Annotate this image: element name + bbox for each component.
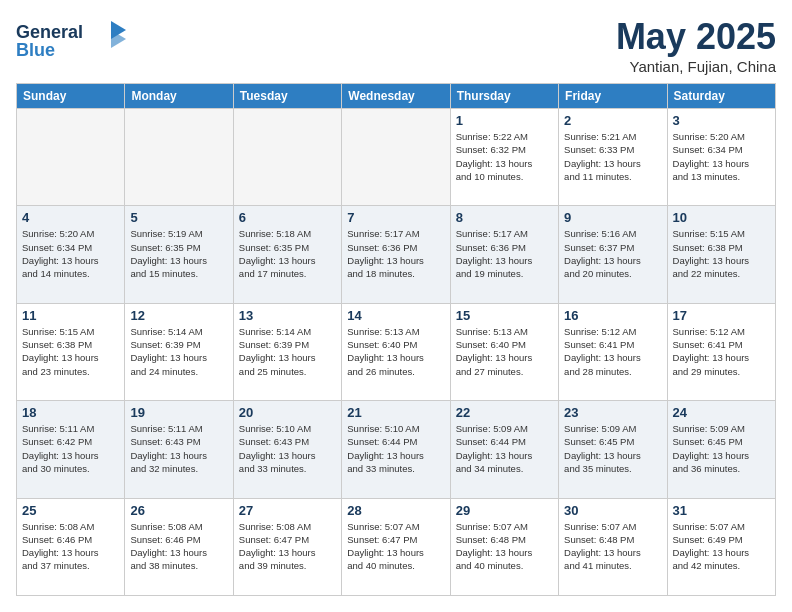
- subtitle: Yantian, Fujian, China: [616, 58, 776, 75]
- calendar-cell: 9Sunrise: 5:16 AMSunset: 6:37 PMDaylight…: [559, 206, 667, 303]
- day-number: 13: [239, 308, 336, 323]
- day-number: 5: [130, 210, 227, 225]
- main-title: May 2025: [616, 16, 776, 58]
- calendar-header-row: SundayMondayTuesdayWednesdayThursdayFrid…: [17, 84, 776, 109]
- calendar-cell: [125, 109, 233, 206]
- day-info: Sunrise: 5:09 AMSunset: 6:44 PMDaylight:…: [456, 422, 553, 475]
- day-number: 21: [347, 405, 444, 420]
- day-info: Sunrise: 5:08 AMSunset: 6:46 PMDaylight:…: [130, 520, 227, 573]
- calendar-cell: 23Sunrise: 5:09 AMSunset: 6:45 PMDayligh…: [559, 401, 667, 498]
- day-info: Sunrise: 5:13 AMSunset: 6:40 PMDaylight:…: [456, 325, 553, 378]
- calendar-cell: 30Sunrise: 5:07 AMSunset: 6:48 PMDayligh…: [559, 498, 667, 595]
- day-number: 17: [673, 308, 770, 323]
- day-number: 23: [564, 405, 661, 420]
- day-header-thursday: Thursday: [450, 84, 558, 109]
- calendar-cell: 4Sunrise: 5:20 AMSunset: 6:34 PMDaylight…: [17, 206, 125, 303]
- calendar-cell: [342, 109, 450, 206]
- day-header-saturday: Saturday: [667, 84, 775, 109]
- day-info: Sunrise: 5:12 AMSunset: 6:41 PMDaylight:…: [564, 325, 661, 378]
- day-number: 22: [456, 405, 553, 420]
- calendar-cell: 26Sunrise: 5:08 AMSunset: 6:46 PMDayligh…: [125, 498, 233, 595]
- day-info: Sunrise: 5:11 AMSunset: 6:43 PMDaylight:…: [130, 422, 227, 475]
- calendar-cell: 20Sunrise: 5:10 AMSunset: 6:43 PMDayligh…: [233, 401, 341, 498]
- calendar-week-2: 4Sunrise: 5:20 AMSunset: 6:34 PMDaylight…: [17, 206, 776, 303]
- calendar-cell: 14Sunrise: 5:13 AMSunset: 6:40 PMDayligh…: [342, 303, 450, 400]
- day-header-wednesday: Wednesday: [342, 84, 450, 109]
- day-info: Sunrise: 5:15 AMSunset: 6:38 PMDaylight:…: [22, 325, 119, 378]
- day-info: Sunrise: 5:07 AMSunset: 6:49 PMDaylight:…: [673, 520, 770, 573]
- title-block: May 2025 Yantian, Fujian, China: [616, 16, 776, 75]
- calendar-cell: 5Sunrise: 5:19 AMSunset: 6:35 PMDaylight…: [125, 206, 233, 303]
- day-info: Sunrise: 5:08 AMSunset: 6:46 PMDaylight:…: [22, 520, 119, 573]
- day-header-sunday: Sunday: [17, 84, 125, 109]
- day-number: 6: [239, 210, 336, 225]
- logo-text: General Blue: [16, 16, 126, 70]
- day-info: Sunrise: 5:14 AMSunset: 6:39 PMDaylight:…: [239, 325, 336, 378]
- calendar-table: SundayMondayTuesdayWednesdayThursdayFrid…: [16, 83, 776, 596]
- calendar-cell: 1Sunrise: 5:22 AMSunset: 6:32 PMDaylight…: [450, 109, 558, 206]
- calendar-cell: 3Sunrise: 5:20 AMSunset: 6:34 PMDaylight…: [667, 109, 775, 206]
- day-info: Sunrise: 5:15 AMSunset: 6:38 PMDaylight:…: [673, 227, 770, 280]
- day-number: 18: [22, 405, 119, 420]
- day-info: Sunrise: 5:11 AMSunset: 6:42 PMDaylight:…: [22, 422, 119, 475]
- calendar-cell: [233, 109, 341, 206]
- day-info: Sunrise: 5:13 AMSunset: 6:40 PMDaylight:…: [347, 325, 444, 378]
- logo: General Blue: [16, 16, 126, 70]
- day-number: 1: [456, 113, 553, 128]
- page: General Blue May 2025 Yantian, Fujian, C…: [0, 0, 792, 612]
- calendar-cell: [17, 109, 125, 206]
- calendar-cell: 7Sunrise: 5:17 AMSunset: 6:36 PMDaylight…: [342, 206, 450, 303]
- calendar-cell: 13Sunrise: 5:14 AMSunset: 6:39 PMDayligh…: [233, 303, 341, 400]
- day-info: Sunrise: 5:20 AMSunset: 6:34 PMDaylight:…: [673, 130, 770, 183]
- calendar-week-1: 1Sunrise: 5:22 AMSunset: 6:32 PMDaylight…: [17, 109, 776, 206]
- day-number: 30: [564, 503, 661, 518]
- calendar-cell: 21Sunrise: 5:10 AMSunset: 6:44 PMDayligh…: [342, 401, 450, 498]
- day-number: 3: [673, 113, 770, 128]
- day-info: Sunrise: 5:08 AMSunset: 6:47 PMDaylight:…: [239, 520, 336, 573]
- svg-text:General: General: [16, 22, 83, 42]
- day-number: 8: [456, 210, 553, 225]
- day-info: Sunrise: 5:17 AMSunset: 6:36 PMDaylight:…: [347, 227, 444, 280]
- calendar-cell: 16Sunrise: 5:12 AMSunset: 6:41 PMDayligh…: [559, 303, 667, 400]
- day-info: Sunrise: 5:16 AMSunset: 6:37 PMDaylight:…: [564, 227, 661, 280]
- day-info: Sunrise: 5:09 AMSunset: 6:45 PMDaylight:…: [564, 422, 661, 475]
- day-info: Sunrise: 5:14 AMSunset: 6:39 PMDaylight:…: [130, 325, 227, 378]
- calendar-cell: 31Sunrise: 5:07 AMSunset: 6:49 PMDayligh…: [667, 498, 775, 595]
- calendar-week-3: 11Sunrise: 5:15 AMSunset: 6:38 PMDayligh…: [17, 303, 776, 400]
- day-number: 31: [673, 503, 770, 518]
- calendar-week-4: 18Sunrise: 5:11 AMSunset: 6:42 PMDayligh…: [17, 401, 776, 498]
- calendar-cell: 24Sunrise: 5:09 AMSunset: 6:45 PMDayligh…: [667, 401, 775, 498]
- calendar-cell: 25Sunrise: 5:08 AMSunset: 6:46 PMDayligh…: [17, 498, 125, 595]
- day-info: Sunrise: 5:09 AMSunset: 6:45 PMDaylight:…: [673, 422, 770, 475]
- calendar-week-5: 25Sunrise: 5:08 AMSunset: 6:46 PMDayligh…: [17, 498, 776, 595]
- day-header-monday: Monday: [125, 84, 233, 109]
- day-number: 11: [22, 308, 119, 323]
- calendar-cell: 28Sunrise: 5:07 AMSunset: 6:47 PMDayligh…: [342, 498, 450, 595]
- day-header-friday: Friday: [559, 84, 667, 109]
- day-number: 7: [347, 210, 444, 225]
- svg-text:Blue: Blue: [16, 40, 55, 60]
- day-number: 27: [239, 503, 336, 518]
- day-info: Sunrise: 5:22 AMSunset: 6:32 PMDaylight:…: [456, 130, 553, 183]
- day-info: Sunrise: 5:19 AMSunset: 6:35 PMDaylight:…: [130, 227, 227, 280]
- day-number: 26: [130, 503, 227, 518]
- day-number: 4: [22, 210, 119, 225]
- day-number: 15: [456, 308, 553, 323]
- day-number: 16: [564, 308, 661, 323]
- day-number: 14: [347, 308, 444, 323]
- calendar-cell: 6Sunrise: 5:18 AMSunset: 6:35 PMDaylight…: [233, 206, 341, 303]
- day-number: 29: [456, 503, 553, 518]
- day-number: 20: [239, 405, 336, 420]
- calendar-cell: 10Sunrise: 5:15 AMSunset: 6:38 PMDayligh…: [667, 206, 775, 303]
- day-info: Sunrise: 5:07 AMSunset: 6:48 PMDaylight:…: [456, 520, 553, 573]
- day-number: 19: [130, 405, 227, 420]
- day-header-tuesday: Tuesday: [233, 84, 341, 109]
- calendar-cell: 8Sunrise: 5:17 AMSunset: 6:36 PMDaylight…: [450, 206, 558, 303]
- day-info: Sunrise: 5:17 AMSunset: 6:36 PMDaylight:…: [456, 227, 553, 280]
- day-info: Sunrise: 5:21 AMSunset: 6:33 PMDaylight:…: [564, 130, 661, 183]
- day-number: 2: [564, 113, 661, 128]
- day-number: 24: [673, 405, 770, 420]
- calendar-cell: 18Sunrise: 5:11 AMSunset: 6:42 PMDayligh…: [17, 401, 125, 498]
- day-info: Sunrise: 5:10 AMSunset: 6:44 PMDaylight:…: [347, 422, 444, 475]
- calendar-cell: 12Sunrise: 5:14 AMSunset: 6:39 PMDayligh…: [125, 303, 233, 400]
